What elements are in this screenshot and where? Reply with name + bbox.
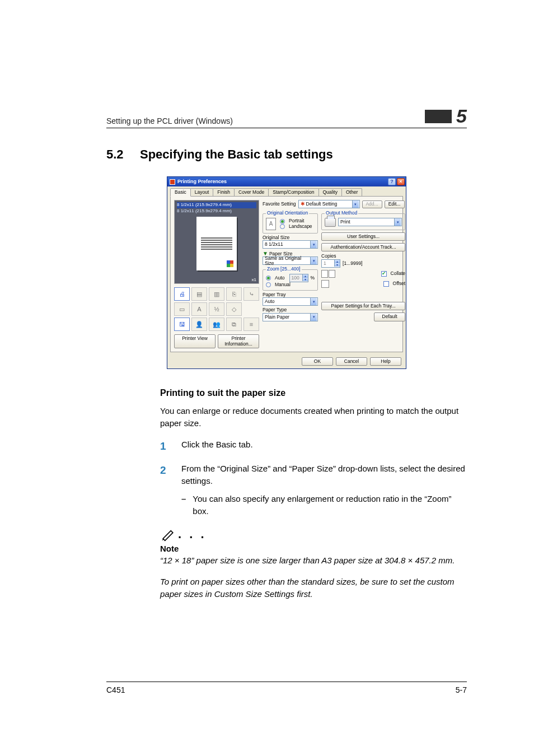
preview-panel: 8 1/2x11 (215.9x279.4 mm) 8 1/2x11 (215.…: [174, 200, 259, 284]
running-head-text: Setting up the PCL driver (Windows): [106, 116, 233, 125]
collate-icon: [321, 270, 335, 278]
favorite-setting-label: Favorite Setting: [263, 202, 296, 207]
subsection-heading: Printing to suit the paper size: [160, 388, 467, 398]
titlebar-close-button[interactable]: ×: [397, 178, 405, 185]
feature-icon-5[interactable]: ⤷: [243, 287, 259, 301]
zoom-manual-radio[interactable]: Manual: [266, 282, 315, 287]
chevron-down-icon: ▾: [310, 298, 317, 305]
output-method-group: Output Method Print▾: [321, 211, 405, 230]
copies-range: [1...9999]: [343, 261, 362, 266]
preview-dim-2: 8 1/2x11 (215.9x279.4 mm): [177, 208, 256, 214]
feature-icon-8[interactable]: ½: [209, 302, 224, 316]
sub-step-text: You can also specify any enlargement or …: [193, 493, 467, 517]
preview-dim-1: 8 1/2x11 (215.9x279.4 mm): [177, 202, 256, 208]
feature-icon-2[interactable]: ▤: [191, 287, 207, 301]
paper-type-combo[interactable]: Plain Paper▾: [263, 313, 318, 321]
zoom-auto-radio[interactable]: Auto 100 ▴▾ %: [266, 274, 315, 282]
step-text: From the “Original Size” and “Paper Size…: [181, 464, 465, 486]
intro-paragraph: You can enlarge or reduce documents crea…: [160, 405, 467, 430]
chapter-badge: 5: [425, 106, 467, 125]
original-size-label: Original Size: [263, 235, 318, 240]
zoom-group: Zoom [25...400] Auto 100 ▴▾ % Manual: [263, 267, 318, 291]
original-orientation-group: Original Orientation A Portrait Landscap…: [263, 211, 318, 233]
note-paragraph-1: “12 × 18” paper size is one size larger …: [160, 554, 467, 567]
tab-quality[interactable]: Quality: [318, 188, 342, 196]
feature-icon-3[interactable]: ▥: [209, 287, 224, 301]
printer-icon: [325, 218, 336, 227]
feature-icon-7[interactable]: A: [191, 302, 207, 316]
printer-information-button[interactable]: Printer Information...: [218, 334, 259, 348]
output-method-combo[interactable]: Print▾: [338, 218, 402, 226]
titlebar-help-button[interactable]: ?: [388, 178, 396, 185]
chevron-down-icon: ▾: [310, 257, 317, 264]
feature-icon-printer[interactable]: 🖨: [174, 287, 190, 301]
svg-rect-1: [170, 180, 175, 184]
user-settings-button[interactable]: User Settings...: [321, 232, 405, 241]
favorite-setting-combo[interactable]: ✱Default Setting ▾: [298, 200, 360, 208]
feature-icons: 🖨 ▤ ▥ ⎘ ⤷ ▭ A ½ ◇ 🖫 👤 👥 ⧉ ≡: [174, 287, 259, 331]
original-size-combo[interactable]: 8 1/2x11▾: [263, 240, 318, 249]
paper-tray-combo[interactable]: Auto▾: [263, 297, 318, 306]
ok-button[interactable]: OK: [302, 357, 333, 366]
cancel-button[interactable]: Cancel: [336, 357, 367, 366]
note-icon: . . .: [160, 526, 467, 542]
chevron-down-icon: ▾: [310, 314, 317, 321]
collate-checkbox[interactable]: ✔Collate: [381, 271, 405, 277]
feature-icon-13[interactable]: ⧉: [226, 318, 242, 331]
default-button[interactable]: Default: [374, 312, 405, 321]
paper-size-combo[interactable]: Same as Original Size▾: [263, 256, 318, 265]
preview-scale: x1: [252, 278, 256, 283]
tab-cover-mode[interactable]: Cover Mode: [234, 188, 269, 196]
feature-icon-10[interactable]: 🖫: [174, 318, 190, 331]
section-heading: 5.2Specifying the Basic tab settings: [106, 147, 467, 162]
chevron-down-icon: ▾: [310, 241, 317, 248]
feature-icon-9[interactable]: ◇: [226, 302, 242, 316]
copies-label: Copies: [321, 254, 405, 259]
paper-tray-label: Paper Tray: [263, 292, 318, 297]
copies-spinner[interactable]: 1 ▴▾: [321, 259, 340, 268]
chevron-down-icon: ▾: [352, 200, 359, 208]
preview-paper-icon: [196, 217, 237, 270]
footer-model: C451: [106, 685, 125, 694]
feature-icon-4[interactable]: ⎘: [226, 287, 242, 301]
tab-finish[interactable]: Finish: [213, 188, 235, 196]
app-icon: [170, 179, 175, 185]
authentication-account-track-button[interactable]: Authentication/Account Track...: [321, 243, 405, 251]
feature-icon-11[interactable]: 👤: [191, 318, 207, 331]
tab-other[interactable]: Other: [341, 188, 362, 196]
feature-icon-12[interactable]: 👥: [209, 318, 224, 331]
offset-icon: [321, 280, 329, 288]
paper-settings-each-tray-button[interactable]: Paper Settings for Each Tray...: [321, 302, 405, 310]
note-paragraph-2: To print on paper sizes other than the s…: [160, 576, 467, 600]
tab-stamp-composition[interactable]: Stamp/Composition: [268, 188, 318, 196]
orientation-preview-icon: A: [266, 218, 276, 230]
footer-page: 5-7: [456, 685, 467, 694]
tab-layout[interactable]: Layout: [190, 188, 214, 196]
titlebar: Printing Preferences ? ×: [167, 177, 406, 186]
printer-view-button[interactable]: Printer View: [174, 334, 216, 348]
landscape-radio[interactable]: Landscape: [280, 224, 312, 229]
chevron-down-icon: ▾: [394, 218, 401, 226]
step-number: 1: [160, 438, 171, 454]
chapter-number: 5: [456, 106, 467, 125]
printing-preferences-dialog: Printing Preferences ? × Basic Layout Fi…: [167, 176, 406, 369]
feature-icon-14[interactable]: ≡: [243, 318, 259, 331]
feature-icon-6[interactable]: ▭: [174, 302, 190, 316]
help-button[interactable]: Help: [370, 357, 401, 366]
step-number: 2: [160, 463, 171, 517]
tab-basic[interactable]: Basic: [170, 188, 191, 197]
offset-checkbox[interactable]: Offset: [383, 281, 406, 287]
zoom-value-spinner[interactable]: 100 ▴▾: [289, 274, 308, 282]
favorite-edit-button[interactable]: Edit...: [385, 200, 405, 208]
dialog-title: Printing Preferences: [177, 179, 388, 185]
paper-type-label: Paper Type: [263, 307, 318, 312]
favorite-add-button[interactable]: Add...: [362, 200, 382, 208]
tabstrip: Basic Layout Finish Cover Mode Stamp/Com…: [167, 186, 406, 196]
bullet-dash: –: [181, 493, 186, 517]
step-text: Click the Basic tab.: [181, 438, 467, 454]
note-label: Note: [160, 544, 467, 553]
